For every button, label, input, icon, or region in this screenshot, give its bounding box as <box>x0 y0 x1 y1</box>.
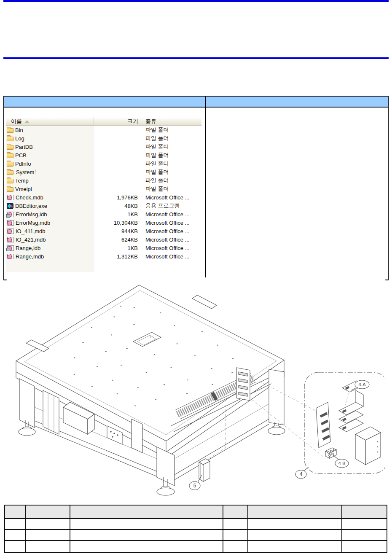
folder-icon <box>7 128 13 133</box>
file-name: Temp <box>15 177 29 184</box>
folder-icon <box>7 145 13 150</box>
file-type: 응용 프로그램 <box>141 202 201 210</box>
explorer-column-headers: 이름 크기 종류 <box>6 117 201 126</box>
file-size: 944KB <box>94 228 141 234</box>
top-rule <box>3 0 389 2</box>
file-name: ErrorMsg,mdb <box>16 220 50 226</box>
file-name: Range,ldb <box>16 245 40 251</box>
access-file-icon <box>7 237 14 242</box>
file-name: Range,mdb <box>16 253 44 260</box>
file-row[interactable]: PartDB 파일 폴더 <box>6 143 201 151</box>
part-5-label: 5 <box>193 483 196 489</box>
file-row[interactable]: PdInfo 파일 폴더 <box>6 159 201 168</box>
sort-ascending-icon <box>25 120 29 123</box>
parts-cell <box>70 519 223 530</box>
file-size: 10,304KB <box>94 220 141 226</box>
file-size: 1KB <box>94 211 141 218</box>
file-size: 1KB <box>94 245 141 251</box>
parts-header-cell <box>342 506 387 519</box>
file-row[interactable]: ErrorMsg,ldb 1KB Microsoft Office ... <box>6 210 201 218</box>
callout-label-4a: 4-A <box>358 382 366 387</box>
file-list: Bin 파일 폴더 Log 파일 폴더 PartDB 파일 폴더 PCB 파일 … <box>6 126 201 261</box>
doc-table-header-right <box>206 97 388 107</box>
file-type: 파일 폴더 <box>141 134 201 142</box>
column-header-name-label: 이름 <box>11 118 22 125</box>
application-icon <box>7 203 13 209</box>
access-file-icon <box>7 195 14 200</box>
parts-table <box>4 505 387 553</box>
file-type: 파일 폴더 <box>141 126 201 134</box>
file-row[interactable]: IO_411,mdb 944KB Microsoft Office ... <box>6 227 201 235</box>
folder-icon <box>7 137 13 141</box>
parts-cell <box>342 530 387 541</box>
file-row[interactable]: Vmeipl 파일 폴더 <box>6 185 201 193</box>
file-type: Microsoft Office ... <box>141 220 201 226</box>
parts-cell <box>26 530 70 541</box>
file-name: System <box>15 169 35 175</box>
file-size: 624KB <box>94 237 141 243</box>
machine-diagram: 5 <box>7 277 385 504</box>
parts-header-cell <box>5 506 26 519</box>
callout-label-4b: 4-B <box>338 461 345 466</box>
folder-icon <box>7 162 13 167</box>
file-row-focused[interactable]: System 파일 폴더 <box>6 168 201 176</box>
file-row[interactable]: Range,mdb 1,312KB Microsoft Office ... <box>6 252 201 261</box>
file-size: 1,312KB <box>94 253 141 260</box>
doc-table-header-row <box>4 97 388 108</box>
file-size: 1,976KB <box>94 194 141 201</box>
folder-icon <box>7 179 13 183</box>
column-header-size[interactable]: 크기 <box>94 117 141 125</box>
file-name: Log <box>15 135 24 142</box>
parts-cell <box>70 541 223 552</box>
file-name: PdInfo <box>15 161 31 167</box>
access-file-icon <box>7 229 14 234</box>
doc-table-cell-right <box>206 108 388 280</box>
folder-icon <box>7 153 13 158</box>
file-name: PartDB <box>15 144 33 150</box>
parts-cell <box>26 541 70 552</box>
file-name: Check,mdb <box>16 194 43 201</box>
parts-cell <box>223 541 248 552</box>
file-row[interactable]: DBEditor,exe 48KB 응용 프로그램 <box>6 202 201 210</box>
file-type: 파일 폴더 <box>141 151 201 159</box>
file-type: 파일 폴더 <box>141 168 201 176</box>
file-row[interactable]: Log 파일 폴더 <box>6 134 201 143</box>
file-row[interactable]: Check,mdb 1,976KB Microsoft Office ... <box>6 193 201 202</box>
section-rule <box>3 57 389 59</box>
file-type: 파일 폴더 <box>141 177 201 184</box>
parts-header-cell <box>223 506 248 519</box>
file-row[interactable]: Temp 파일 폴더 <box>6 176 201 185</box>
file-name: Bin <box>15 127 23 133</box>
file-type: Microsoft Office ... <box>141 253 201 260</box>
file-row[interactable]: Bin 파일 폴더 <box>6 126 201 134</box>
file-row[interactable]: ErrorMsg,mdb 10,304KB Microsoft Office .… <box>6 218 201 227</box>
file-row[interactable]: PCB 파일 폴더 <box>6 151 201 159</box>
parts-cell <box>223 519 248 530</box>
file-name: PCB <box>15 152 27 159</box>
parts-header-cell <box>248 506 342 519</box>
column-header-type[interactable]: 종류 <box>141 117 201 125</box>
file-type: 파일 폴더 <box>141 143 201 151</box>
file-type: Microsoft Office ... <box>141 211 201 218</box>
access-lock-file-icon <box>7 212 14 217</box>
column-header-name[interactable]: 이름 <box>6 117 94 125</box>
manual-page: 이름 크기 종류 Bin 파일 폴더 Log 파일 폴더 PartDB 파일 폴… <box>0 0 392 554</box>
file-row[interactable]: Range,ldb 1KB Microsoft Office ... <box>6 244 201 252</box>
file-explorer: 이름 크기 종류 Bin 파일 폴더 Log 파일 폴더 PartDB 파일 폴… <box>6 117 201 272</box>
file-name: ErrorMsg,ldb <box>16 211 47 218</box>
parts-cell <box>26 519 70 530</box>
file-row[interactable]: IO_421,mdb 624KB Microsoft Office ... <box>6 235 201 244</box>
parts-header-cell <box>26 506 70 519</box>
callout-label-4: 4 <box>300 471 303 477</box>
file-name: IO_421,mdb <box>16 237 46 243</box>
doc-table-header-left <box>4 97 206 107</box>
folder-icon <box>7 170 13 175</box>
file-type: Microsoft Office ... <box>141 228 201 234</box>
parts-cell <box>248 530 342 541</box>
parts-cell <box>70 530 223 541</box>
file-type: Microsoft Office ... <box>141 245 201 251</box>
parts-cell <box>5 541 26 552</box>
file-name: Vmeipl <box>15 186 32 192</box>
file-type: Microsoft Office ... <box>141 194 201 201</box>
file-name: IO_411,mdb <box>16 228 46 234</box>
